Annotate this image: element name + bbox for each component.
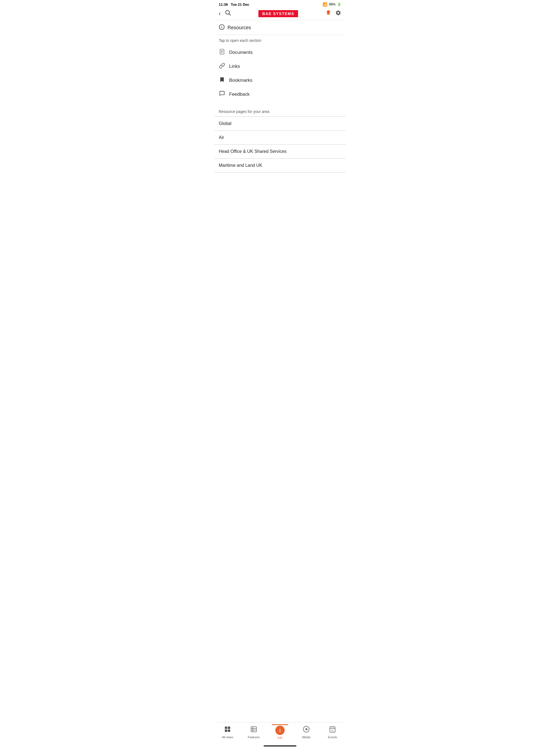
- svg-text:31: 31: [331, 729, 334, 732]
- tab-events[interactable]: 31 Events: [320, 725, 346, 739]
- svg-rect-12: [251, 726, 256, 732]
- resource-list: Global Air Head Office & UK Shared Servi…: [214, 117, 346, 173]
- media-label: Media: [302, 736, 310, 739]
- menu-item-bookmarks[interactable]: Bookmarks: [214, 73, 346, 87]
- svg-point-16: [279, 729, 280, 730]
- svg-line-1: [229, 14, 231, 16]
- documents-icon: [219, 49, 225, 56]
- svg-rect-9: [228, 726, 230, 729]
- svg-rect-8: [225, 726, 227, 729]
- resource-item-headoffice[interactable]: Head Office & UK Shared Services: [214, 145, 346, 159]
- svg-rect-11: [228, 729, 230, 732]
- events-label: Events: [328, 736, 337, 739]
- features-label: Features: [248, 736, 259, 739]
- svg-text:i: i: [221, 25, 222, 29]
- feedback-icon: [219, 91, 225, 98]
- info-label: Info: [278, 736, 282, 739]
- tab-bar: All news Features Info: [214, 722, 346, 744]
- menu-list: Documents Links Bookmarks Feedback: [214, 45, 346, 106]
- menu-item-feedback[interactable]: Feedback: [214, 87, 346, 101]
- features-icon: [250, 726, 257, 735]
- tab-features[interactable]: Features: [240, 725, 267, 739]
- bookmarks-label: Bookmarks: [229, 78, 252, 83]
- events-icon: 31: [329, 726, 336, 735]
- tab-media[interactable]: Media: [293, 725, 320, 739]
- resource-item-global[interactable]: Global: [214, 117, 346, 131]
- home-indicator: [214, 744, 346, 747]
- charging-icon: 🔋: [337, 2, 341, 6]
- header-left: ‹: [219, 10, 231, 17]
- feedback-label: Feedback: [229, 92, 250, 97]
- brand-logo: BAE SYSTEMS: [258, 10, 298, 17]
- svg-marker-19: [306, 728, 308, 730]
- media-icon: [303, 726, 310, 735]
- page-heading: i Resources: [214, 20, 346, 35]
- search-button[interactable]: [225, 10, 231, 17]
- all-news-icon: [224, 726, 231, 735]
- menu-item-documents[interactable]: Documents: [214, 45, 346, 59]
- all-news-label: All news: [222, 736, 233, 739]
- links-label: Links: [229, 64, 240, 69]
- active-tab-indicator: [272, 724, 288, 725]
- bookmarks-icon: [219, 77, 225, 84]
- header-right: [325, 10, 341, 17]
- resource-item-maritime[interactable]: Maritime and Land UK: [214, 159, 346, 173]
- back-button[interactable]: ‹: [219, 10, 221, 17]
- documents-label: Documents: [229, 50, 253, 55]
- resources-info-icon: i: [219, 24, 225, 31]
- status-time: 11:36 Tue 21 Dec: [219, 2, 249, 6]
- links-icon: [219, 62, 225, 70]
- battery-level: 88%: [329, 2, 335, 6]
- info-icon-circle: [275, 726, 285, 735]
- wifi-icon: 📶: [323, 2, 327, 6]
- notification-button[interactable]: [325, 10, 331, 17]
- tab-all-news[interactable]: All news: [214, 725, 240, 739]
- resource-item-air[interactable]: Air: [214, 131, 346, 145]
- status-right: 📶 88% 🔋: [323, 2, 341, 6]
- header: ‹ BAE SYSTEMS: [214, 8, 346, 20]
- tab-info[interactable]: Info: [267, 725, 293, 739]
- settings-button[interactable]: [335, 10, 341, 17]
- status-bar: 11:36 Tue 21 Dec 📶 88% 🔋: [214, 0, 346, 8]
- page-title: Resources: [228, 25, 251, 31]
- home-bar: [263, 745, 297, 746]
- resource-section-heading: Resource pages for your area: [214, 106, 346, 117]
- menu-item-links[interactable]: Links: [214, 59, 346, 73]
- svg-rect-10: [225, 729, 227, 732]
- svg-rect-17: [280, 730, 281, 732]
- page-subtitle: Tap to open each section: [214, 35, 346, 45]
